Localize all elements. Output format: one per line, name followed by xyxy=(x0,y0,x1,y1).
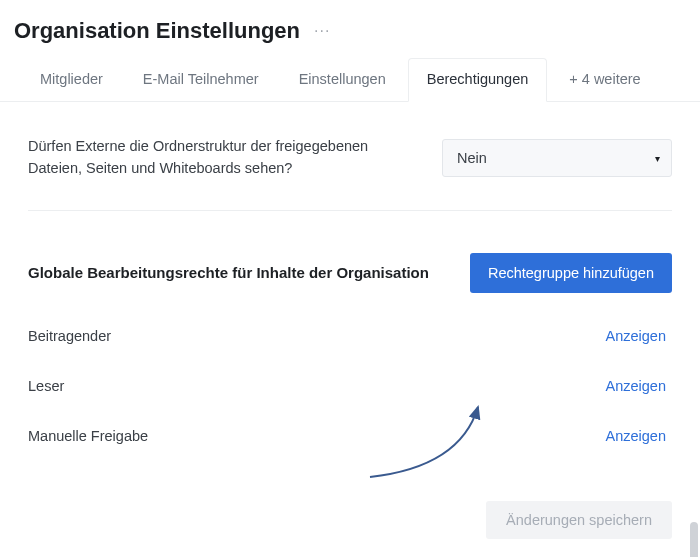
setting-question: Dürfen Externe die Ordnerstruktur der fr… xyxy=(28,136,408,180)
tab-settings[interactable]: Einstellungen xyxy=(281,59,404,101)
header: Organisation Einstellungen ··· xyxy=(0,0,700,58)
tabs: Mitglieder E-Mail Teilnehmer Einstellung… xyxy=(0,58,700,102)
setting-select-external-view[interactable]: Nein xyxy=(442,139,672,177)
footer: Änderungen speichern xyxy=(0,483,700,557)
tab-more[interactable]: + 4 weitere xyxy=(551,59,658,101)
section-title: Globale Bearbeitungsrechte für Inhalte d… xyxy=(28,264,429,281)
group-action-show[interactable]: Anzeigen xyxy=(606,378,672,394)
add-rights-group-button[interactable]: Rechtegruppe hinzufügen xyxy=(470,253,672,293)
section-head-global-edit-rights: Globale Bearbeitungsrechte für Inhalte d… xyxy=(28,211,672,311)
tab-email-participants[interactable]: E-Mail Teilnehmer xyxy=(125,59,277,101)
save-changes-button[interactable]: Änderungen speichern xyxy=(486,501,672,539)
group-name: Beitragender xyxy=(28,328,111,344)
group-row-reader: Leser Anzeigen xyxy=(28,361,672,411)
group-row-contributor: Beitragender Anzeigen xyxy=(28,311,672,361)
more-options-icon[interactable]: ··· xyxy=(314,22,330,40)
page-title: Organisation Einstellungen xyxy=(14,18,300,44)
setting-row-external-folder-structure: Dürfen Externe die Ordnerstruktur der fr… xyxy=(28,102,672,211)
tab-permissions[interactable]: Berechtigungen xyxy=(408,58,548,102)
group-name: Leser xyxy=(28,378,64,394)
group-action-show[interactable]: Anzeigen xyxy=(606,428,672,444)
setting-select-wrap: Nein ▾ xyxy=(442,139,672,177)
group-row-manual-share: Manuelle Freigabe Anzeigen xyxy=(28,411,672,461)
group-action-show[interactable]: Anzeigen xyxy=(606,328,672,344)
group-name: Manuelle Freigabe xyxy=(28,428,148,444)
tab-members[interactable]: Mitglieder xyxy=(22,59,121,101)
